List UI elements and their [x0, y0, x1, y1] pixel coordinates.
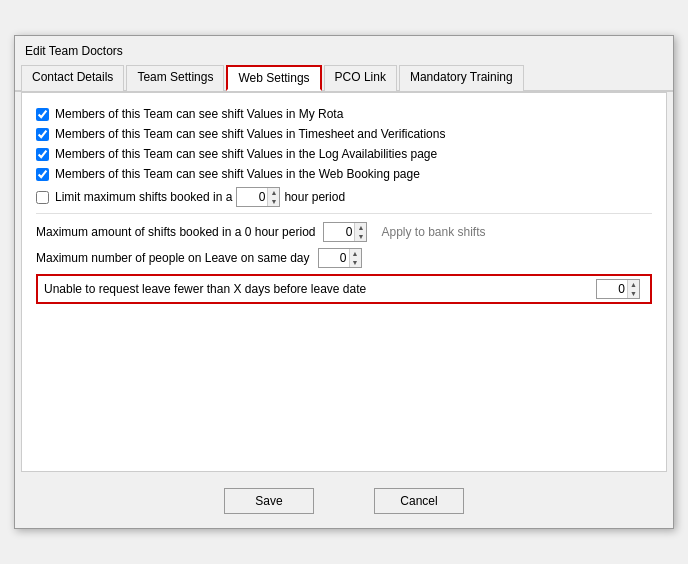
max-shifts-up[interactable]: ▲: [355, 223, 366, 232]
unable-leave-label: Unable to request leave fewer than X day…: [44, 282, 592, 296]
checkbox-row-2: Members of this Team can see shift Value…: [36, 127, 652, 141]
max-shifts-spinbox[interactable]: ▲ ▼: [323, 222, 367, 242]
max-leave-row: Maximum number of people on Leave on sam…: [36, 248, 652, 268]
max-leave-up[interactable]: ▲: [350, 249, 361, 258]
unable-leave-row: Unable to request leave fewer than X day…: [36, 274, 652, 304]
checkbox-limit-shifts[interactable]: [36, 191, 49, 204]
max-leave-label: Maximum number of people on Leave on sam…: [36, 251, 310, 265]
checkbox-row-4: Members of this Team can see shift Value…: [36, 167, 652, 181]
checkbox-row-3: Members of this Team can see shift Value…: [36, 147, 652, 161]
max-shifts-label: Maximum amount of shifts booked in a 0 h…: [36, 225, 315, 239]
max-leave-spinbox[interactable]: ▲ ▼: [318, 248, 362, 268]
checkbox-my-rota-label: Members of this Team can see shift Value…: [55, 107, 343, 121]
limit-hour-up[interactable]: ▲: [268, 188, 279, 197]
limit-hour-spinbox[interactable]: ▲ ▼: [236, 187, 280, 207]
max-shifts-input[interactable]: [324, 225, 354, 239]
unable-leave-input[interactable]: [597, 282, 627, 296]
save-button[interactable]: Save: [224, 488, 314, 514]
tab-team-settings[interactable]: Team Settings: [126, 65, 224, 91]
checkbox-web-booking[interactable]: [36, 168, 49, 181]
max-leave-down[interactable]: ▼: [350, 258, 361, 267]
tab-mandatory-training[interactable]: Mandatory Training: [399, 65, 524, 91]
checkbox-timesheet-label: Members of this Team can see shift Value…: [55, 127, 445, 141]
max-leave-input[interactable]: [319, 251, 349, 265]
limit-suffix: hour period: [284, 190, 345, 204]
max-leave-arrows: ▲ ▼: [349, 249, 361, 267]
tab-contact-details[interactable]: Contact Details: [21, 65, 124, 91]
limit-hour-input[interactable]: [237, 190, 267, 204]
checkbox-timesheet[interactable]: [36, 128, 49, 141]
dialog-title: Edit Team Doctors: [15, 36, 673, 62]
max-shifts-down[interactable]: ▼: [355, 232, 366, 241]
apply-bank-label: Apply to bank shifts: [381, 225, 485, 239]
max-shifts-arrows: ▲ ▼: [354, 223, 366, 241]
checkbox-log-avail[interactable]: [36, 148, 49, 161]
unable-leave-up[interactable]: ▲: [628, 280, 639, 289]
unable-leave-arrows: ▲ ▼: [627, 280, 639, 298]
unable-leave-spinbox[interactable]: ▲ ▼: [596, 279, 640, 299]
edit-team-doctors-dialog: Edit Team Doctors Contact Details Team S…: [14, 35, 674, 529]
limit-label: Limit maximum shifts booked in a: [55, 190, 232, 204]
dialog-footer: Save Cancel: [15, 478, 673, 528]
limit-row: Limit maximum shifts booked in a ▲ ▼ hou…: [36, 187, 652, 207]
checkbox-my-rota[interactable]: [36, 108, 49, 121]
checkbox-row-1: Members of this Team can see shift Value…: [36, 107, 652, 121]
cancel-button[interactable]: Cancel: [374, 488, 464, 514]
separator-1: [36, 213, 652, 214]
checkbox-log-avail-label: Members of this Team can see shift Value…: [55, 147, 437, 161]
tab-pco-link[interactable]: PCO Link: [324, 65, 397, 91]
max-shifts-row: Maximum amount of shifts booked in a 0 h…: [36, 222, 652, 242]
tab-web-settings[interactable]: Web Settings: [226, 65, 321, 91]
limit-hour-arrows: ▲ ▼: [267, 188, 279, 206]
tab-content: Members of this Team can see shift Value…: [21, 92, 667, 472]
unable-leave-down[interactable]: ▼: [628, 289, 639, 298]
checkbox-web-booking-label: Members of this Team can see shift Value…: [55, 167, 420, 181]
tab-bar: Contact Details Team Settings Web Settin…: [15, 62, 673, 92]
limit-hour-down[interactable]: ▼: [268, 197, 279, 206]
